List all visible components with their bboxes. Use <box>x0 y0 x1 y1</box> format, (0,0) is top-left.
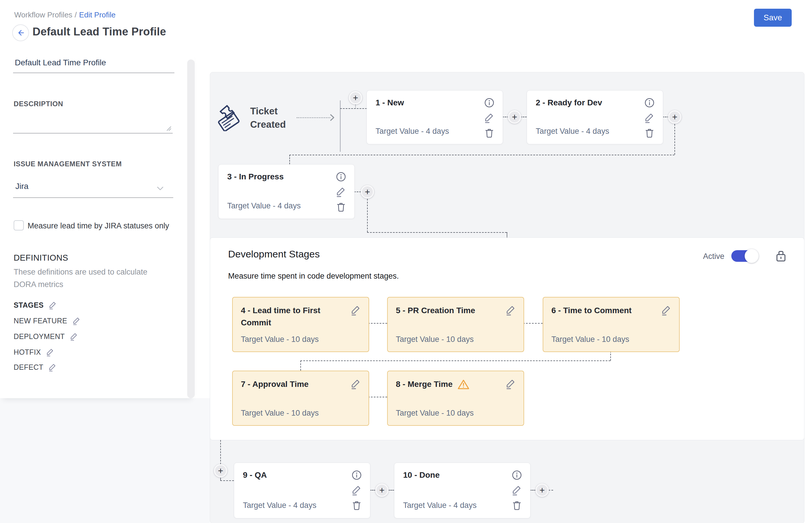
info-icon[interactable] <box>351 469 362 481</box>
start-node-line1: Ticket <box>250 105 286 118</box>
dev-stage-card-5-pr-creation-time: 5 - PR Creation Time Target Value - 10 d… <box>387 297 524 352</box>
back-button[interactable] <box>12 24 29 41</box>
connector <box>220 440 221 464</box>
edit-icon[interactable] <box>351 484 362 495</box>
arrow-left-icon <box>16 29 25 37</box>
edit-icon[interactable] <box>484 112 494 123</box>
dev-stage-target: Target Value - 10 days <box>396 335 474 344</box>
connector <box>368 323 387 324</box>
info-icon[interactable] <box>644 97 655 109</box>
dev-stage-title: 7 - Approval Time <box>241 378 308 390</box>
edit-new-feature-icon[interactable] <box>72 317 81 325</box>
category-label: HOTFIX <box>14 348 41 356</box>
stage-card-target: Target Value - 4 days <box>536 127 609 136</box>
connector <box>368 397 387 397</box>
dev-stage-card-7-approval-time: 7 - Approval Time Target Value - 10 days <box>232 371 369 426</box>
delete-icon[interactable] <box>335 201 347 213</box>
toggle-knob <box>745 249 759 263</box>
connector <box>548 490 553 490</box>
breadcrumb-current[interactable]: Edit Profile <box>79 11 116 19</box>
connector <box>289 155 290 164</box>
stage-card-title: 2 - Ready for Dev <box>536 98 602 107</box>
definitions-subtitle: These definitions are used to calculate … <box>14 266 169 291</box>
issue-management-system-label: ISSUE MANAGEMENT SYSTEM <box>14 160 122 168</box>
info-icon[interactable] <box>511 469 523 481</box>
stage-card-9-qa: 9 - QA Target Value - 4 days <box>234 463 370 518</box>
stage-card-title: 10 - Done <box>403 470 440 480</box>
page-background-lower-left <box>0 398 210 523</box>
edit-stages-icon[interactable] <box>48 301 57 309</box>
workflow-profile-editor: Workflow Profiles/Edit Profile Default L… <box>0 0 812 523</box>
add-stage-button[interactable]: + <box>508 110 521 124</box>
edit-icon[interactable] <box>505 304 516 315</box>
stage-card-target: Target Value - 4 days <box>243 501 316 510</box>
breadcrumb: Workflow Profiles/Edit Profile <box>14 11 115 19</box>
delete-icon[interactable] <box>351 500 362 511</box>
connector <box>367 199 368 232</box>
edit-icon[interactable] <box>644 112 655 123</box>
add-stage-button[interactable]: + <box>349 91 362 105</box>
category-label: NEW FEATURE <box>14 317 67 325</box>
category-label: DEFECT <box>14 363 43 372</box>
delete-icon[interactable] <box>644 127 655 139</box>
sidebar-scrollbar[interactable] <box>187 59 195 398</box>
delete-icon[interactable] <box>484 127 495 139</box>
category-label: DEPLOYMENT <box>14 332 65 341</box>
jira-statuses-checkbox[interactable] <box>14 220 24 231</box>
edit-icon[interactable] <box>350 304 361 315</box>
edit-icon[interactable] <box>505 378 516 389</box>
description-textarea[interactable] <box>13 111 173 133</box>
edit-hotfix-icon[interactable] <box>46 348 54 356</box>
dev-stage-target: Target Value - 10 days <box>396 409 474 418</box>
description-label: DESCRIPTION <box>14 100 63 108</box>
resize-handle-icon[interactable] <box>166 125 172 131</box>
sidebar-item-deployment: DEPLOYMENT <box>14 332 78 341</box>
edit-icon[interactable] <box>511 484 522 495</box>
issue-management-system-select[interactable]: Jira <box>13 180 173 198</box>
connector <box>523 323 543 324</box>
stage-card-title: 1 - New <box>376 98 404 107</box>
development-stages-subtitle: Measure time spent in code development s… <box>228 272 399 281</box>
connector-start-arrow <box>296 117 330 118</box>
info-icon[interactable] <box>484 97 495 109</box>
add-stage-button[interactable]: + <box>375 484 389 497</box>
add-stage-button[interactable]: + <box>536 484 549 497</box>
edit-icon[interactable] <box>661 304 671 315</box>
add-stage-button[interactable]: + <box>214 464 227 477</box>
delete-icon[interactable] <box>511 500 523 511</box>
breadcrumb-parent[interactable]: Workflow Profiles <box>14 11 72 19</box>
add-stage-button[interactable]: + <box>361 185 374 199</box>
edit-icon[interactable] <box>335 186 346 197</box>
dev-stage-card-8-merge-time: 8 - Merge Time Target Value - 10 days <box>387 371 524 426</box>
profile-name-input[interactable] <box>13 58 175 73</box>
connector <box>300 360 301 371</box>
sidebar-item-new-feature: NEW FEATURE <box>14 317 81 325</box>
stages-label: STAGES <box>14 301 43 309</box>
save-button[interactable]: Save <box>754 9 792 27</box>
stage-card-title: 3 - In Progress <box>227 172 284 181</box>
dev-stage-title: 6 - Time to Comment <box>552 304 631 317</box>
connector <box>367 232 507 233</box>
stage-card-title: 9 - QA <box>243 470 267 480</box>
edit-icon[interactable] <box>350 378 361 389</box>
dev-stage-card-4-lead-time-to-first-commit: 4 - Lead time to First Commit Target Val… <box>232 297 369 352</box>
connector <box>507 232 507 238</box>
edit-deployment-icon[interactable] <box>69 332 78 341</box>
info-icon[interactable] <box>335 171 347 183</box>
breadcrumb-separator: / <box>75 11 77 19</box>
connector <box>388 490 394 490</box>
connector <box>340 108 367 109</box>
connector <box>289 155 674 155</box>
dev-stage-title: 8 - Merge Time <box>396 378 453 390</box>
active-toggle[interactable] <box>731 250 758 262</box>
connector <box>674 124 675 155</box>
arrow-head-icon <box>327 112 337 123</box>
edit-defect-icon[interactable] <box>48 363 57 372</box>
lock-icon[interactable] <box>774 249 788 263</box>
add-stage-button[interactable]: + <box>668 110 681 124</box>
sidebar-item-defect: DEFECT <box>14 363 57 372</box>
connector <box>530 490 536 490</box>
stage-card-1-new: 1 - New Target Value - 4 days <box>366 90 503 144</box>
stage-card-3-in-progress: 3 - In Progress Target Value - 4 days <box>218 164 355 219</box>
ticket-icon <box>216 102 242 131</box>
